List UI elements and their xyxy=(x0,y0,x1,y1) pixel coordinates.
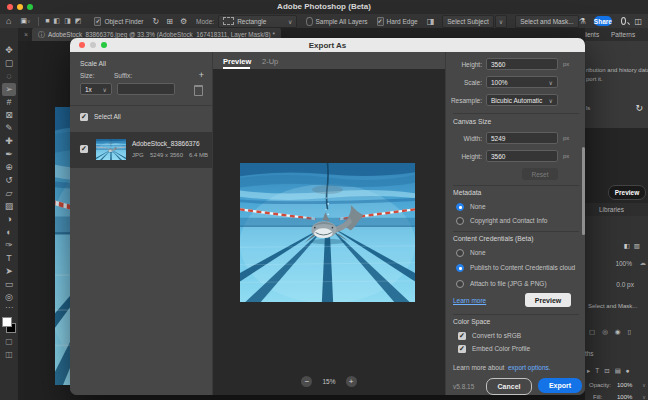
cc-attach-radio[interactable] xyxy=(456,280,464,288)
more-tools-icon[interactable]: ⋯ xyxy=(5,304,13,314)
preview-panel-button[interactable]: Preview xyxy=(608,185,646,200)
dodge-tool-icon[interactable]: ◐ xyxy=(2,226,16,239)
zoom-out-button[interactable]: − xyxy=(301,376,312,387)
search-icon[interactable] xyxy=(621,17,627,25)
select-subject-button[interactable]: Select Subject xyxy=(442,15,494,28)
refresh-icon[interactable]: ↻ xyxy=(152,17,159,26)
cc-none-radio[interactable] xyxy=(456,249,464,257)
embed-profile-checkbox[interactable]: ✓ xyxy=(458,345,466,353)
file-checkbox[interactable]: ✓ xyxy=(80,145,88,153)
brush-settings-icon[interactable]: ◨ xyxy=(427,17,435,26)
resample-select[interactable]: Bicubic Automatic∨ xyxy=(486,94,558,106)
canvas-height-input[interactable]: 3560 xyxy=(486,150,558,162)
mode-select[interactable]: Rectangle ∨ xyxy=(218,15,297,28)
metadata-copyright-label: Copyright and Contact Info xyxy=(470,217,547,224)
marquee-tool-icon[interactable]: ▢ xyxy=(2,57,16,70)
cancel-button[interactable]: Cancel xyxy=(486,378,532,395)
panel-scrollbar[interactable] xyxy=(582,147,585,235)
tab-2up[interactable]: 2-Up xyxy=(262,57,278,66)
opacity-label: Opacity: xyxy=(589,382,611,388)
suffix-label: Suffix: xyxy=(114,72,132,79)
tool-strip: ✥▢◌➢#⊠✎✚✒⊕↺▱▨◑◐✑T➤▭◎ ⋯ ▢ ◫ xyxy=(0,28,18,400)
move-tool-icon[interactable]: ✥ xyxy=(2,44,16,57)
hard-edge-checkbox[interactable]: ✓ xyxy=(377,17,384,26)
shape-tool-icon[interactable]: ▭ xyxy=(2,278,16,291)
visibility-row-icons[interactable]: ▢◎◉▯ xyxy=(589,328,638,336)
crop-tool-icon[interactable]: # xyxy=(2,96,16,109)
app-titlebar: Adobe Photoshop (Beta) xyxy=(0,0,648,14)
dialog-settings-panel: Height: 3560 px Scale: 100%∨ Resample: B… xyxy=(445,52,585,395)
select-and-mask-panel-button[interactable]: Select and Mask... xyxy=(588,303,637,309)
home-icon[interactable]: ⌂ xyxy=(6,16,11,26)
preview-viewport[interactable]: − 15% + xyxy=(213,69,445,395)
suffix-input[interactable] xyxy=(117,83,175,95)
cc-publish-radio[interactable] xyxy=(456,264,464,272)
zoom-level: 15% xyxy=(322,378,335,385)
cc-preview-button[interactable]: Preview xyxy=(525,293,571,307)
select-and-mask-button[interactable]: Select and Mask... xyxy=(515,15,578,28)
height-input[interactable]: 3560 xyxy=(486,58,558,70)
overlay-options-icon[interactable]: ⊞ xyxy=(166,17,173,26)
height-label: Height: xyxy=(448,61,482,68)
fill-value[interactable]: 100% xyxy=(617,394,632,400)
tab-patterns[interactable]: Patterns xyxy=(611,31,635,38)
convert-srgb-checkbox[interactable]: ✓ xyxy=(458,332,466,340)
cloud-document-icon: ⓘ xyxy=(38,30,45,40)
object-selection-tool-icon[interactable]: ➢ xyxy=(2,83,16,96)
export-file-row[interactable]: ✓ AdobeStock_83866376 JPG 5249 x 3560 6.… xyxy=(70,132,212,168)
gradient-tool-icon[interactable]: ▨ xyxy=(2,200,16,213)
tab-close-icon[interactable]: × xyxy=(24,31,28,38)
export-options-link[interactable]: export options. xyxy=(508,364,551,371)
eraser-tool-icon[interactable]: ▱ xyxy=(2,187,16,200)
pen-tool-icon[interactable]: ✑ xyxy=(2,239,16,252)
blur-tool-icon[interactable]: ◑ xyxy=(2,213,16,226)
learn-more-link[interactable]: Learn more xyxy=(453,297,486,304)
brush-tool-icon[interactable]: ✒ xyxy=(2,148,16,161)
metadata-copyright-radio[interactable] xyxy=(456,217,464,225)
reset-button[interactable]: Reset xyxy=(522,168,558,180)
opacity-value[interactable]: 100% xyxy=(617,382,632,388)
eyedropper-tool-icon[interactable]: ✎ xyxy=(2,122,16,135)
tab-gradients[interactable]: Gradients xyxy=(585,31,599,38)
preview-image[interactable] xyxy=(240,163,415,302)
panels-icon[interactable]: ◫ xyxy=(634,17,642,26)
metadata-none-radio[interactable] xyxy=(456,203,464,211)
foreground-color-swatch[interactable] xyxy=(2,317,12,327)
tab-preview[interactable]: Preview xyxy=(223,57,251,66)
clone-stamp-tool-icon[interactable]: ⊕ xyxy=(2,161,16,174)
size-select[interactable]: 1x ∨ xyxy=(80,83,112,95)
tool-preset-icon[interactable]: ⚗ xyxy=(579,17,586,26)
zoom-in-button[interactable]: + xyxy=(346,376,357,387)
current-tool-icon[interactable]: ▣∨ xyxy=(20,17,30,25)
select-all-checkbox[interactable]: ✓ xyxy=(80,113,88,121)
canvas-width-input[interactable]: 5249 xyxy=(486,132,558,144)
layer-panel-icons[interactable]: ◧▥ xyxy=(624,242,644,250)
refresh-icon[interactable]: ↻ xyxy=(635,103,643,113)
object-finder-checkbox[interactable]: ✓ xyxy=(94,17,101,26)
screen-mode-icon[interactable]: ◫ xyxy=(5,350,13,359)
selection-mode-icons[interactable]: ■◧◨◩ xyxy=(45,17,85,25)
lasso-tool-icon[interactable]: ◌ xyxy=(2,70,16,83)
delete-scale-icon[interactable] xyxy=(194,85,203,96)
document-canvas-image[interactable] xyxy=(55,107,71,385)
healing-brush-tool-icon[interactable]: ✚ xyxy=(2,135,16,148)
convert-srgb-label: Convert to sRGB xyxy=(472,332,521,339)
history-brush-tool-icon[interactable]: ↺ xyxy=(2,174,16,187)
layer-filter-icons[interactable]: ▸T⊡▤● xyxy=(587,367,635,375)
color-swatches[interactable] xyxy=(2,317,16,332)
type-tool-icon[interactable]: T xyxy=(2,252,16,265)
add-scale-button[interactable]: + xyxy=(199,70,204,80)
frame-tool-icon[interactable]: ⊠ xyxy=(2,109,16,122)
path-select-tool-icon[interactable]: ➤ xyxy=(2,265,16,278)
gear-icon[interactable]: ⚙ xyxy=(180,17,187,26)
canvas-height-label: Height: xyxy=(448,153,482,160)
export-button[interactable]: Export xyxy=(538,378,582,393)
quick-mask-icon[interactable]: ▢ xyxy=(5,337,13,346)
select-subject-dropdown[interactable]: ∨ xyxy=(495,15,507,28)
sample-all-layers-checkbox[interactable] xyxy=(306,17,312,26)
share-button[interactable]: Share xyxy=(594,16,612,26)
tab-libraries[interactable]: Libraries xyxy=(599,206,624,213)
scale-select[interactable]: 100%∨ xyxy=(486,76,558,88)
tab-paths[interactable]: Paths xyxy=(585,350,594,357)
dialog-titlebar: Export As xyxy=(70,38,585,52)
